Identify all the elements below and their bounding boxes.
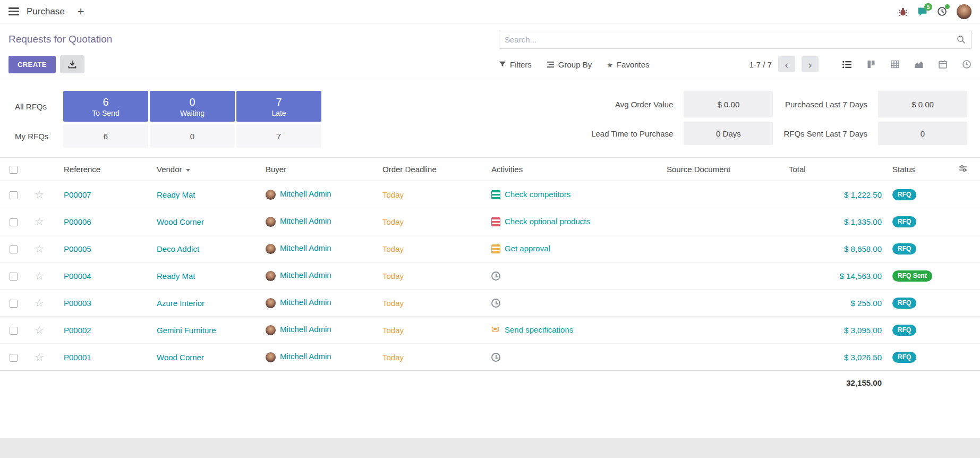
kanban-view-button[interactable]: [866, 60, 876, 69]
stat-waiting-all[interactable]: 0 Waiting: [150, 91, 235, 122]
row-checkbox[interactable]: [10, 327, 18, 335]
activity-view-button[interactable]: [962, 60, 972, 69]
stat-to-send-my[interactable]: 6: [63, 124, 148, 148]
buyer-link[interactable]: Mitchell Admin: [280, 216, 331, 225]
column-header-source[interactable]: Source Document: [661, 158, 783, 181]
vendor-link[interactable]: Wood Corner: [157, 217, 204, 226]
reference-link[interactable]: P00001: [64, 353, 91, 362]
all-rfqs-label: All RFQs: [8, 102, 62, 111]
calendar-view-button[interactable]: [938, 60, 948, 69]
activity-label[interactable]: Send specifications: [505, 325, 573, 334]
favorites-button[interactable]: Favorites: [607, 60, 649, 69]
buyer-link[interactable]: Mitchell Admin: [280, 270, 331, 279]
pager-previous-button[interactable]: [778, 56, 795, 72]
vendor-link[interactable]: Ready Mat: [157, 190, 195, 199]
pivot-view-button[interactable]: [890, 60, 900, 69]
stat-to-send-all[interactable]: 6 To Send: [63, 91, 148, 122]
table-row[interactable]: P00004 Ready Mat Mitchell Admin Today $ …: [0, 262, 980, 290]
create-button[interactable]: CREATE: [8, 56, 56, 73]
search-input[interactable]: [505, 35, 957, 44]
activity-label[interactable]: Check competitors: [505, 190, 570, 199]
table-row[interactable]: P00005 Deco Addict Mitchell Admin Today …: [0, 235, 980, 262]
favorite-star-icon[interactable]: [35, 218, 44, 227]
user-avatar[interactable]: [957, 4, 972, 19]
reference-link[interactable]: P00004: [64, 272, 91, 281]
table-row[interactable]: P00003 Azure Interior Mitchell Admin Tod…: [0, 290, 980, 317]
pager-range[interactable]: 1-7 / 7: [749, 60, 772, 69]
table-row[interactable]: P00001 Wood Corner Mitchell Admin Today …: [0, 344, 980, 371]
reference-link[interactable]: P00006: [64, 217, 91, 226]
column-header-buyer[interactable]: Buyer: [260, 158, 377, 181]
activity-label[interactable]: Check optional products: [505, 217, 590, 226]
pager-next-button[interactable]: [802, 56, 819, 72]
column-header-total[interactable]: Total: [783, 158, 887, 181]
messages-icon[interactable]: 5: [917, 7, 927, 16]
activity-icon[interactable]: [491, 190, 500, 199]
buyer-link[interactable]: Mitchell Admin: [280, 298, 331, 307]
vendor-link[interactable]: Ready Mat: [157, 272, 195, 281]
buyer-link[interactable]: Mitchell Admin: [280, 325, 331, 334]
kpi-lead-time[interactable]: 0 Days: [684, 122, 773, 145]
favorite-star-icon[interactable]: [35, 353, 44, 362]
favorite-star-icon[interactable]: [35, 299, 44, 308]
activity-icon[interactable]: [491, 353, 500, 362]
column-header-vendor[interactable]: Vendor: [151, 158, 260, 181]
activity-icon[interactable]: [491, 217, 500, 226]
activity-icon[interactable]: [491, 244, 500, 253]
view-switcher: [842, 60, 972, 70]
kpi-rfqs-sent[interactable]: 0: [878, 122, 967, 145]
buyer-link[interactable]: Mitchell Admin: [280, 189, 331, 198]
export-button[interactable]: [60, 55, 84, 73]
activity-icon[interactable]: [491, 326, 500, 335]
row-checkbox[interactable]: [10, 300, 18, 308]
select-all-checkbox[interactable]: [10, 166, 18, 174]
list-view-button[interactable]: [842, 60, 852, 70]
column-header-deadline[interactable]: Order Deadline: [377, 158, 486, 181]
activity-icon[interactable]: [491, 299, 500, 308]
row-checkbox[interactable]: [10, 191, 18, 199]
kpi-avg-order-value[interactable]: $ 0.00: [684, 91, 773, 117]
reference-link[interactable]: P00003: [64, 299, 91, 308]
vendor-link[interactable]: Azure Interior: [157, 299, 204, 308]
vendor-link[interactable]: Deco Addict: [157, 244, 199, 253]
column-header-activities[interactable]: Activities: [486, 158, 661, 181]
row-checkbox[interactable]: [10, 273, 18, 281]
table-row[interactable]: P00007 Ready Mat Mitchell Admin Today Ch…: [0, 181, 980, 208]
row-checkbox[interactable]: [10, 218, 18, 226]
reference-link[interactable]: P00005: [64, 244, 91, 253]
kpi-purchased-7-days[interactable]: $ 0.00: [878, 91, 967, 117]
vendor-link[interactable]: Gemini Furniture: [157, 326, 216, 335]
plus-icon[interactable]: [78, 6, 84, 18]
buyer-link[interactable]: Mitchell Admin: [280, 352, 331, 361]
activity-icon[interactable]: [491, 272, 500, 281]
column-header-reference[interactable]: Reference: [58, 158, 151, 181]
table-row[interactable]: P00002 Gemini Furniture Mitchell Admin T…: [0, 317, 980, 344]
reference-link[interactable]: P00002: [64, 326, 91, 335]
row-checkbox[interactable]: [10, 354, 18, 362]
favorite-star-icon[interactable]: [35, 272, 44, 281]
buyer-avatar: [266, 244, 276, 254]
filters-button[interactable]: Filters: [499, 60, 532, 69]
favorite-star-icon[interactable]: [35, 191, 44, 200]
favorite-star-icon[interactable]: [35, 245, 44, 254]
apps-menu-icon[interactable]: [8, 7, 19, 15]
search-box[interactable]: [499, 30, 972, 49]
activity-label[interactable]: Get approval: [505, 244, 550, 253]
row-checkbox[interactable]: [10, 245, 18, 253]
favorite-star-icon[interactable]: [35, 326, 44, 335]
buyer-link[interactable]: Mitchell Admin: [280, 243, 331, 252]
vendor-link[interactable]: Wood Corner: [157, 353, 204, 362]
sort-caret-icon: [186, 169, 190, 172]
column-header-status[interactable]: Status: [887, 158, 953, 181]
app-name[interactable]: Purchase: [27, 6, 65, 17]
stat-late-all[interactable]: 7 Late: [236, 91, 321, 122]
reference-link[interactable]: P00007: [64, 190, 91, 199]
table-row[interactable]: P00006 Wood Corner Mitchell Admin Today …: [0, 208, 980, 235]
group-by-button[interactable]: Group By: [547, 60, 592, 69]
debug-bug-icon[interactable]: [898, 7, 908, 16]
stat-waiting-my[interactable]: 0: [150, 124, 235, 148]
stat-late-my[interactable]: 7: [236, 124, 321, 148]
activities-clock-icon[interactable]: [937, 6, 947, 16]
graph-view-button[interactable]: [914, 60, 924, 69]
optional-columns-toggle[interactable]: [953, 158, 980, 181]
